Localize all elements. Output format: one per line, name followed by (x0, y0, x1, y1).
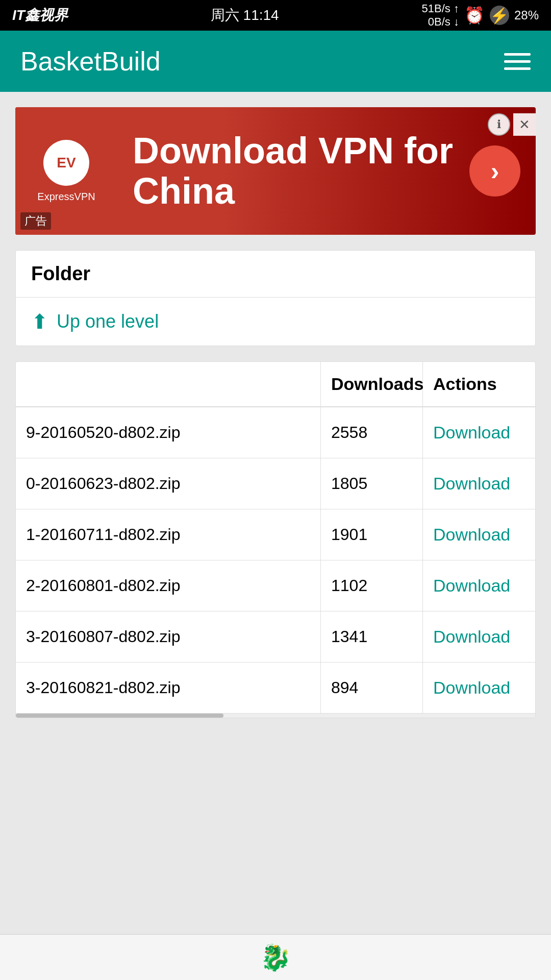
ev-logo-text: EV (57, 155, 76, 171)
folder-nav[interactable]: ⬆ Up one level (16, 298, 535, 346)
scroll-thumb[interactable] (16, 714, 223, 718)
download-link-1[interactable]: Download (433, 474, 510, 494)
cell-downloads-4: 1341 (321, 611, 423, 662)
up-level-text[interactable]: Up one level (57, 311, 159, 332)
ev-logo: EV (43, 140, 89, 186)
status-bar: IT鑫视界 周六 11:14 51B/s ↑0B/s ↓ ⏰ ⚡ 28% (0, 0, 551, 31)
close-icon: ✕ (519, 117, 530, 133)
status-time: 周六 11:14 (211, 6, 279, 25)
folder-header: Folder (16, 251, 535, 298)
cell-filename-4: 3-20160807-d802.zip (16, 611, 321, 662)
cell-action-3[interactable]: Download (423, 560, 535, 611)
status-bolt-icon: ⚡ (490, 6, 509, 25)
cell-downloads-1: 1805 (321, 458, 423, 509)
table-row: 0-20160623-d802.zip 1805 Download (16, 458, 535, 509)
cell-filename-2: 1-20160711-d802.zip (16, 509, 321, 560)
files-table: Downloads Actions 9-20160520-d802.zip 25… (15, 361, 536, 718)
cell-action-0[interactable]: Download (423, 407, 535, 458)
status-network: 51B/s ↑0B/s ↓ (422, 2, 459, 29)
download-link-5[interactable]: Download (433, 678, 510, 698)
table-row: 2-20160801-d802.zip 1102 Download (16, 560, 535, 611)
download-link-0[interactable]: Download (433, 423, 510, 443)
info-icon: ℹ (497, 118, 501, 131)
ad-text: Download VPN for China (117, 120, 469, 222)
col-downloads: Downloads (321, 362, 423, 406)
cell-downloads-3: 1102 (321, 560, 423, 611)
cell-downloads-5: 894 (321, 663, 423, 713)
cell-action-5[interactable]: Download (423, 663, 535, 713)
cell-filename-5: 3-20160821-d802.zip (16, 663, 321, 713)
cell-filename-0: 9-20160520-d802.zip (16, 407, 321, 458)
status-battery: 28% (514, 8, 539, 22)
cell-action-1[interactable]: Download (423, 458, 535, 509)
table-header: Downloads Actions (16, 362, 535, 407)
cell-action-4[interactable]: Download (423, 611, 535, 662)
scroll-indicator (16, 714, 535, 718)
cell-action-2[interactable]: Download (423, 509, 535, 560)
bottom-nav-bar: 🐉 (0, 934, 551, 980)
ad-info-button[interactable]: ℹ (488, 113, 510, 136)
col-filename (16, 362, 321, 406)
content-area: EV ExpressVPN Download VPN for China › ℹ… (0, 92, 551, 733)
status-alarm-icon: ⏰ (464, 6, 485, 25)
cell-filename-1: 0-20160623-d802.zip (16, 458, 321, 509)
app-header: BasketBuild (0, 31, 551, 92)
ev-label: ExpressVPN (37, 191, 95, 203)
table-row: 3-20160821-d802.zip 894 Download (16, 663, 535, 714)
cell-filename-3: 2-20160801-d802.zip (16, 560, 321, 611)
download-link-3[interactable]: Download (433, 576, 510, 596)
ad-banner: EV ExpressVPN Download VPN for China › ℹ… (15, 107, 536, 235)
ad-close-button[interactable]: ✕ (513, 113, 536, 136)
bottom-icon: 🐉 (260, 943, 291, 972)
cell-downloads-2: 1901 (321, 509, 423, 560)
hamburger-line-2 (504, 60, 531, 63)
col-actions: Actions (423, 362, 535, 406)
table-row: 1-20160711-d802.zip 1901 Download (16, 509, 535, 560)
ad-headline: Download VPN for China (133, 131, 454, 211)
table-row: 9-20160520-d802.zip 2558 Download (16, 407, 535, 458)
download-link-4[interactable]: Download (433, 627, 510, 647)
download-link-2[interactable]: Download (433, 525, 510, 545)
ad-chevron-right-icon: › (491, 156, 499, 186)
ad-arrow-button[interactable]: › (469, 145, 520, 197)
cell-downloads-0: 2558 (321, 407, 423, 458)
app-title: BasketBuild (20, 46, 161, 77)
folder-panel: Folder ⬆ Up one level (15, 250, 536, 346)
status-right: 51B/s ↑0B/s ↓ ⏰ ⚡ 28% (422, 2, 539, 29)
ad-label: 广告 (20, 212, 51, 230)
hamburger-line-3 (504, 67, 531, 70)
table-row: 3-20160807-d802.zip 1341 Download (16, 611, 535, 663)
menu-button[interactable] (504, 53, 531, 70)
up-arrow-icon: ⬆ (31, 310, 48, 333)
status-app-name: IT鑫视界 (12, 6, 68, 25)
folder-header-text: Folder (31, 263, 90, 284)
hamburger-line-1 (504, 53, 531, 56)
